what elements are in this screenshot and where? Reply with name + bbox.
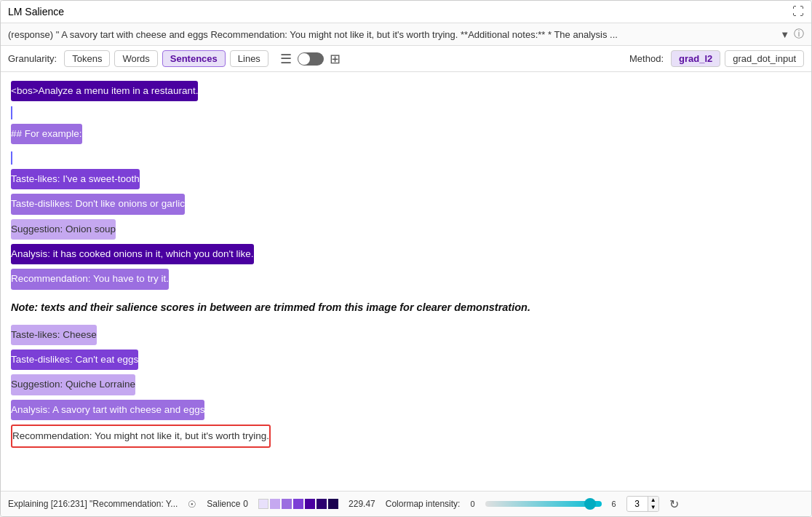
sentence-8[interactable]: Taste-likes: Cheese bbox=[11, 325, 801, 345]
sentence-11[interactable]: Analysis: A savory tart with cheese and … bbox=[11, 400, 801, 420]
sentence-text-5: Suggestion: Onion soup bbox=[11, 219, 116, 240]
explaining-text: Explaining [216:231] "Recommendation: Y.… bbox=[8, 499, 178, 509]
swatch-5 bbox=[305, 499, 315, 509]
granularity-label: Granularity: bbox=[8, 53, 57, 64]
sentence-text-12: Recommendation: You might not like it, b… bbox=[11, 425, 271, 448]
salience-max-value: 229.47 bbox=[349, 499, 375, 509]
menu-icon[interactable]: ☰ bbox=[280, 51, 292, 67]
sentence-2[interactable]: ## For example: bbox=[11, 124, 801, 144]
method-grad-l2[interactable]: grad_l2 bbox=[671, 50, 720, 67]
colormap-max: 6 bbox=[612, 500, 616, 508]
sentence-text-4: Taste-dislikes: Don't like onions or gar… bbox=[11, 194, 185, 214]
sentence-1[interactable]: <bos>Analyze a menu item in a restaurant… bbox=[11, 81, 801, 101]
app-title: LM Salience bbox=[8, 6, 64, 17]
spin-buttons: ▲ ▼ bbox=[648, 497, 658, 511]
tab-tokens[interactable]: Tokens bbox=[64, 50, 110, 67]
colormap-knob[interactable] bbox=[584, 498, 596, 510]
sentence-text-6: Analysis: it has cooked onions in it, wh… bbox=[11, 244, 254, 264]
sentence-text-1: <bos>Analyze a menu item in a restaurant… bbox=[11, 81, 198, 101]
tab-words[interactable]: Words bbox=[114, 50, 157, 67]
swatch-1 bbox=[258, 499, 268, 509]
toggle-knob bbox=[298, 53, 310, 65]
sentence-text-9: Taste-dislikes: Can't eat eggs bbox=[11, 350, 138, 370]
salience-min: 0 bbox=[243, 499, 248, 509]
swatch-2 bbox=[270, 499, 280, 509]
method-grad-dot-input[interactable]: grad_dot_input bbox=[725, 50, 804, 67]
expand-icon[interactable]: ⛶ bbox=[792, 5, 804, 18]
sentence-text-11: Analysis: A savory tart with cheese and … bbox=[11, 400, 204, 420]
globe-icon: ☉ bbox=[188, 499, 196, 510]
swatch-3 bbox=[282, 499, 292, 509]
number-input[interactable]: ▲ ▼ bbox=[626, 496, 659, 512]
tab-lines[interactable]: Lines bbox=[230, 50, 268, 67]
sentence-text-3: Taste-likes: I've a sweet-tooth bbox=[11, 169, 140, 189]
lm-salience-window: LM Salience ⛶ (response) " A savory tart… bbox=[0, 0, 812, 517]
controls-right: Method: grad_l2 grad_dot_input bbox=[629, 50, 804, 67]
number-input-field[interactable] bbox=[627, 497, 648, 510]
sentence-5[interactable]: Suggestion: Onion soup bbox=[11, 219, 801, 240]
sentence-3[interactable]: Taste-likes: I've a sweet-tooth bbox=[11, 169, 801, 189]
sentence-6[interactable]: Analysis: it has cooked onions in it, wh… bbox=[11, 244, 801, 264]
sentence-7[interactable]: Recommendation: You have to try it. bbox=[11, 269, 801, 289]
controls-bar: Granularity: Tokens Words Sentences Line… bbox=[1, 46, 811, 72]
salience-text: Salience bbox=[207, 499, 240, 509]
response-text: (response) " A savory tart with cheese a… bbox=[8, 29, 776, 40]
sentence-4[interactable]: Taste-dislikes: Don't like onions or gar… bbox=[11, 194, 801, 214]
swatch-7 bbox=[328, 499, 338, 509]
toggle-switch[interactable] bbox=[298, 52, 324, 66]
grid-icon[interactable]: ⊞ bbox=[330, 51, 341, 67]
cursor-block-2 bbox=[11, 151, 801, 165]
refresh-button[interactable]: ↻ bbox=[669, 497, 679, 511]
sentence-text-8: Taste-likes: Cheese bbox=[11, 325, 97, 345]
method-label: Method: bbox=[629, 53, 664, 64]
spin-down[interactable]: ▼ bbox=[648, 504, 658, 511]
colormap-min: 0 bbox=[470, 500, 474, 508]
sentence-text-7: Recommendation: You have to try it. bbox=[11, 269, 169, 289]
content-area: <bos>Analyze a menu item in a restaurant… bbox=[1, 72, 811, 491]
swatch-6 bbox=[317, 499, 327, 509]
cursor-line bbox=[11, 106, 12, 119]
controls-left: Granularity: Tokens Words Sentences Line… bbox=[8, 50, 341, 67]
note-text: Note: texts and their salience scores in… bbox=[11, 301, 801, 313]
spin-up[interactable]: ▲ bbox=[648, 497, 658, 504]
bottom-bar: Explaining [216:231] "Recommendation: Y.… bbox=[1, 491, 811, 516]
controls-icons: ☰ ⊞ bbox=[280, 51, 341, 67]
help-icon[interactable]: ⓘ bbox=[794, 28, 804, 41]
salience-label: Salience 0 bbox=[207, 499, 248, 509]
cursor-block bbox=[11, 106, 801, 119]
sentence-text-10: Suggestion: Quiche Lorraine bbox=[11, 374, 135, 395]
response-bar: (response) " A savory tart with cheese a… bbox=[1, 23, 811, 46]
sentence-text-2: ## For example: bbox=[11, 124, 82, 144]
color-swatches bbox=[258, 499, 338, 509]
swatch-4 bbox=[293, 499, 303, 509]
cursor-line-2 bbox=[11, 151, 12, 165]
sentence-12[interactable]: Recommendation: You might not like it, b… bbox=[11, 425, 801, 448]
colormap-label-text: Colormap intensity: bbox=[386, 499, 461, 509]
title-bar: LM Salience ⛶ bbox=[1, 1, 811, 23]
sentence-9[interactable]: Taste-dislikes: Can't eat eggs bbox=[11, 350, 801, 370]
sentence-10[interactable]: Suggestion: Quiche Lorraine bbox=[11, 374, 801, 395]
dropdown-icon[interactable]: ▼ bbox=[780, 29, 789, 40]
tab-sentences[interactable]: Sentences bbox=[162, 50, 226, 67]
colormap-slider[interactable] bbox=[485, 499, 602, 509]
